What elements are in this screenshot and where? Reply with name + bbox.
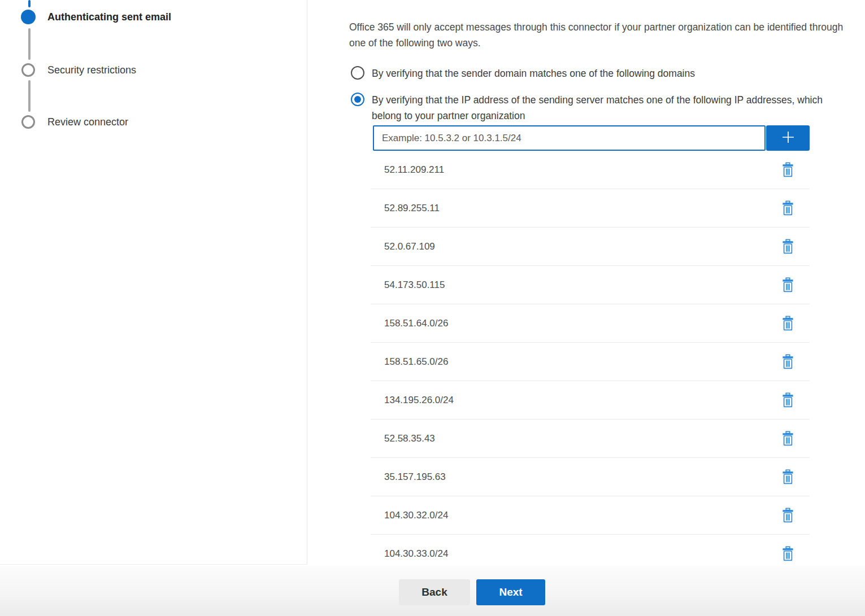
wizard-step-authenticating-sent-email[interactable]: Authenticating sent email — [21, 10, 171, 24]
ip-list-item: 104.30.32.0/24 — [371, 496, 810, 535]
ip-address-list: 52.11.209.211 52.89.255.11 — [371, 151, 810, 573]
delete-ip-button[interactable] — [781, 276, 795, 294]
radio-button-icon[interactable] — [351, 93, 364, 106]
delete-ip-button[interactable] — [781, 545, 795, 562]
ip-address-input[interactable] — [373, 125, 766, 151]
ip-list-item: 52.11.209.211 — [371, 151, 810, 189]
ip-address-value: 35.157.195.63 — [384, 471, 446, 483]
ip-address-value: 134.195.26.0/24 — [384, 395, 454, 406]
step-bullet-icon — [21, 115, 35, 129]
ip-address-value: 52.58.35.43 — [384, 433, 435, 444]
delete-ip-button[interactable] — [781, 506, 795, 524]
delete-ip-button[interactable] — [781, 391, 795, 409]
trash-icon — [782, 478, 794, 486]
step-label: Authenticating sent email — [47, 11, 171, 23]
trash-icon — [782, 286, 794, 294]
ip-address-value: 52.0.67.109 — [384, 241, 435, 252]
next-button[interactable]: Next — [476, 579, 545, 605]
ip-list-item: 52.89.255.11 — [371, 189, 810, 228]
radio-option-label: By verifying that the IP address of the … — [372, 92, 831, 124]
step-connector-line-previous — [28, 0, 31, 7]
trash-icon — [782, 401, 794, 409]
trash-icon — [782, 362, 794, 371]
delete-ip-button[interactable] — [781, 161, 795, 178]
back-button[interactable]: Back — [399, 579, 470, 605]
trash-icon — [782, 247, 794, 256]
step-bullet-icon — [21, 10, 36, 24]
delete-ip-button[interactable] — [781, 238, 795, 255]
delete-ip-button[interactable] — [781, 314, 795, 332]
wizard-footer: Back Next — [0, 566, 865, 616]
ip-list-item: 158.51.65.0/26 — [371, 343, 810, 381]
step-label: Review connector — [47, 116, 128, 128]
trash-icon — [782, 209, 794, 217]
ip-list-item: 134.195.26.0/24 — [371, 381, 810, 420]
wizard-step-security-restrictions[interactable]: Security restrictions — [21, 63, 136, 77]
step-bullet-icon — [21, 63, 35, 77]
trash-icon — [782, 324, 794, 333]
wizard-step-review-connector[interactable]: Review connector — [21, 115, 128, 129]
ip-address-value: 52.89.255.11 — [384, 203, 440, 214]
plus-icon — [780, 129, 797, 147]
trash-icon — [782, 516, 794, 525]
delete-ip-button[interactable] — [781, 353, 795, 370]
ip-list-item: 54.173.50.115 — [371, 266, 810, 304]
step-label: Security restrictions — [47, 64, 136, 76]
delete-ip-button[interactable] — [781, 430, 795, 447]
trash-icon — [782, 171, 794, 179]
ip-address-value: 158.51.65.0/26 — [384, 356, 448, 368]
radio-button-icon[interactable] — [351, 66, 364, 80]
ip-address-value: 52.11.209.211 — [384, 164, 444, 176]
radio-option[interactable]: By verifying that the sender domain matc… — [351, 65, 837, 81]
radio-option-label: By verifying that the sender domain matc… — [372, 65, 695, 81]
ip-address-value: 104.30.32.0/24 — [384, 510, 448, 521]
ip-list-item: 52.0.67.109 — [371, 228, 810, 266]
trash-icon — [782, 554, 794, 563]
ip-address-value: 104.30.33.0/24 — [384, 548, 448, 560]
step-connector-line — [28, 28, 31, 60]
step-connector-line — [28, 80, 31, 112]
wizard-steps-pane: Authenticating sent email Security restr… — [0, 0, 307, 565]
ip-list-item: 158.51.64.0/26 — [371, 304, 810, 343]
verification-options: By verifying that the sender domain matc… — [351, 65, 837, 134]
add-ip-button[interactable] — [766, 125, 810, 151]
ip-address-value: 158.51.64.0/26 — [384, 318, 448, 329]
ip-list-item: 52.58.35.43 — [371, 420, 810, 458]
radio-option[interactable]: By verifying that the IP address of the … — [351, 92, 837, 124]
ip-list-item: 35.157.195.63 — [371, 458, 810, 496]
delete-ip-button[interactable] — [781, 468, 795, 486]
connector-description: Office 365 will only accept messages thr… — [349, 19, 862, 51]
ip-address-value: 54.173.50.115 — [384, 279, 445, 291]
trash-icon — [782, 439, 794, 448]
ip-entry-bar — [373, 125, 810, 151]
delete-ip-button[interactable] — [781, 199, 795, 217]
